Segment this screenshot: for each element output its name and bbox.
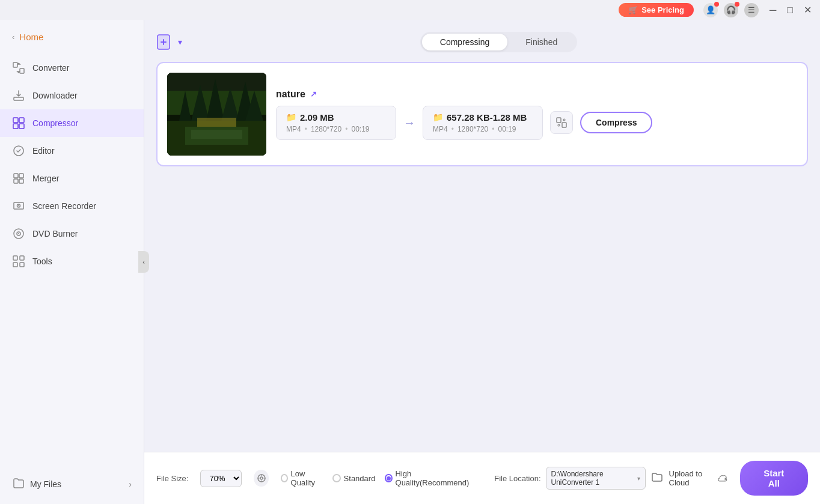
sidebar-item-editor-label: Editor (32, 146, 55, 156)
source-folder-icon: 📁 (286, 112, 296, 122)
source-format: MP4 (286, 125, 301, 133)
downloader-icon (12, 89, 25, 102)
sidebar-item-compressor[interactable]: Compressor (0, 109, 144, 137)
svg-rect-10 (14, 179, 18, 183)
see-pricing-label: See Pricing (641, 5, 684, 14)
sidebar-item-merger-label: Merger (32, 174, 59, 183)
sidebar-item-tools[interactable]: Tools (0, 247, 144, 275)
sidebar-item-tools-label: Tools (32, 257, 52, 266)
sidebar-collapse-button[interactable]: ‹ (138, 251, 149, 273)
svg-rect-18 (13, 256, 17, 260)
source-duration: 00:19 (351, 125, 369, 133)
file-thumbnail (167, 73, 266, 156)
compress-settings-button[interactable] (550, 111, 573, 134)
converter-icon (12, 61, 25, 74)
menu-icon[interactable]: ☰ (744, 3, 759, 17)
compressor-icon (12, 117, 25, 130)
file-location-select[interactable]: D:\Wondershare UniConverter 1 ▾ (546, 467, 646, 490)
source-file-box: 📁 2.09 MB MP4 • 1280*720 • 00:19 (276, 106, 396, 140)
tabs-container: Compressing Finished (420, 32, 577, 52)
sidebar-item-dvd-burner[interactable]: DVD Burner (0, 220, 144, 247)
notif-badge (735, 2, 739, 7)
close-button[interactable]: ✕ (800, 3, 815, 17)
folder-browse-button[interactable] (650, 470, 664, 487)
tab-compressing[interactable]: Compressing (422, 34, 507, 50)
target-resolution: 1280*720 (457, 125, 488, 133)
file-location-section: File Location: D:\Wondershare UniConvert… (494, 467, 727, 490)
svg-point-17 (18, 233, 19, 234)
external-link-icon[interactable]: ↗ (310, 90, 317, 99)
add-file-button[interactable]: ▾ (156, 32, 182, 52)
quality-standard-label: Standard (344, 474, 376, 483)
sidebar-item-converter[interactable]: Converter (0, 54, 144, 82)
user-icon[interactable]: 👤 (703, 3, 718, 17)
svg-rect-35 (191, 130, 242, 139)
location-chevron-icon: ▾ (637, 475, 640, 482)
sidebar-item-screen-recorder[interactable]: Screen Recorder (0, 192, 144, 220)
bottom-bar: File Size: 50% 60% 70% 80% 90% Low Quali… (144, 452, 820, 504)
filename-text: nature (276, 89, 305, 100)
quality-standard-radio[interactable] (332, 474, 341, 482)
file-size-select[interactable]: 50% 60% 70% 80% 90% (200, 470, 242, 487)
sidebar-item-dvd-burner-label: DVD Burner (32, 229, 78, 238)
my-files-label: My Files (30, 479, 61, 489)
source-size-text: 2.09 MB (300, 112, 334, 123)
title-bar-icons: 👤 🎧 ☰ (703, 3, 759, 17)
sidebar-item-editor[interactable]: Editor (0, 137, 144, 165)
see-pricing-button[interactable]: 🛒 See Pricing (619, 3, 694, 17)
svg-rect-5 (19, 124, 24, 129)
svg-rect-1 (20, 68, 24, 73)
quality-low-radio[interactable] (281, 474, 288, 482)
sidebar-item-home[interactable]: ‹ Home (0, 26, 144, 48)
sidebar-divider (0, 48, 144, 54)
tab-finished[interactable]: Finished (507, 34, 575, 50)
quality-high-radio[interactable] (385, 474, 392, 482)
maximize-button[interactable]: □ (783, 4, 797, 17)
sidebar-item-downloader[interactable]: Downloader (0, 82, 144, 109)
cart-icon: 🛒 (628, 5, 638, 14)
quality-low-label: Low Quality (291, 469, 323, 487)
quality-settings-icon[interactable] (254, 470, 268, 487)
upload-cloud-section[interactable]: Upload to Cloud (669, 469, 728, 487)
quality-option-low[interactable]: Low Quality (281, 469, 323, 487)
file-details-row: 📁 2.09 MB MP4 • 1280*720 • 00:19 → (276, 106, 797, 140)
title-bar: 🛒 See Pricing 👤 🎧 ☰ ─ □ ✕ (0, 0, 820, 20)
target-file-box: 📁 657.28 KB-1.28 MB MP4 • 1280*720 • 00:… (423, 106, 543, 140)
source-meta: MP4 • 1280*720 • 00:19 (286, 125, 386, 133)
svg-rect-3 (13, 118, 18, 123)
compress-button[interactable]: Compress (580, 112, 652, 133)
target-size-row: 📁 657.28 KB-1.28 MB (433, 112, 533, 123)
file-title: nature ↗ (276, 89, 797, 100)
svg-rect-11 (19, 179, 23, 183)
notification-icon[interactable]: 🎧 (724, 3, 738, 17)
sidebar-item-my-files[interactable]: My Files › (0, 470, 144, 498)
upload-cloud-label: Upload to Cloud (669, 469, 715, 487)
svg-point-40 (563, 119, 565, 121)
content-top-bar: ▾ Compressing Finished (156, 32, 808, 52)
quality-high-label: High Quality(Recommend) (396, 469, 471, 487)
svg-rect-19 (20, 256, 24, 260)
sidebar-item-merger[interactable]: Merger (0, 165, 144, 192)
content-area: ▾ Compressing Finished (144, 20, 820, 504)
sidebar-item-screen-recorder-label: Screen Recorder (32, 201, 96, 211)
svg-rect-38 (562, 123, 566, 127)
svg-rect-2 (14, 97, 23, 100)
file-location-label: File Location: (494, 474, 540, 483)
target-folder-icon: 📁 (433, 112, 443, 122)
start-all-button[interactable]: Start All (740, 461, 809, 496)
svg-rect-6 (13, 124, 18, 129)
my-files-arrow: › (129, 479, 132, 489)
minimize-button[interactable]: ─ (766, 4, 780, 17)
target-size-text: 657.28 KB-1.28 MB (447, 112, 527, 123)
file-info: nature ↗ 📁 2.09 MB MP4 • 1280*720 (276, 89, 797, 140)
convert-arrow-icon: → (403, 116, 415, 130)
svg-point-39 (558, 124, 560, 126)
quality-option-high[interactable]: High Quality(Recommend) (385, 469, 470, 487)
svg-rect-20 (13, 263, 17, 267)
sidebar-item-converter-label: Converter (32, 63, 69, 73)
quality-option-standard[interactable]: Standard (332, 474, 376, 483)
svg-rect-21 (20, 263, 24, 267)
target-duration: 00:19 (498, 125, 516, 133)
file-card: nature ↗ 📁 2.09 MB MP4 • 1280*720 (156, 62, 808, 166)
file-location-value: D:\Wondershare UniConverter 1 (551, 470, 635, 487)
